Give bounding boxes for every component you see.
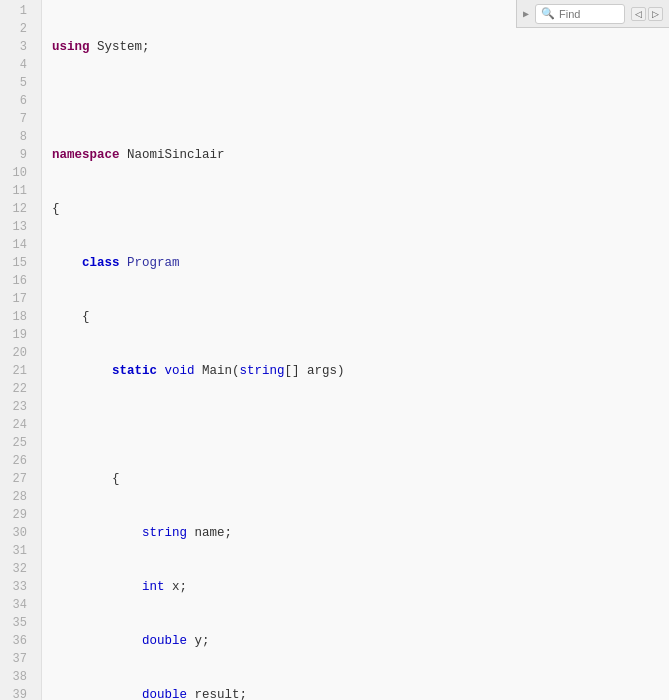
code-content[interactable]: using System; namespace NaomiSinclair { … xyxy=(42,0,669,700)
code-line-3: namespace NaomiSinclair xyxy=(52,146,669,164)
code-line-5: class Program xyxy=(52,254,669,272)
code-line-4: { xyxy=(52,200,669,218)
code-line-8 xyxy=(52,416,669,434)
line-numbers: 12345 678910 1112131415 1617181920 21222… xyxy=(0,0,42,700)
code-line-9: { xyxy=(52,470,669,488)
code-line-10: string name; xyxy=(52,524,669,542)
find-input-wrap: 🔍 xyxy=(535,4,625,24)
code-line-7: static void Main(string[] args) xyxy=(52,362,669,380)
find-nav-buttons: ◁ ▷ xyxy=(631,7,663,21)
editor-container: ▶ 🔍 ◁ ▷ 12345 678910 1112131415 16171819… xyxy=(0,0,669,700)
code-line-6: { xyxy=(52,308,669,326)
code-line-2 xyxy=(52,92,669,110)
find-play-icon[interactable]: ▶ xyxy=(523,8,529,20)
code-line-11: int x; xyxy=(52,578,669,596)
search-icon: 🔍 xyxy=(541,7,555,20)
find-input[interactable] xyxy=(559,8,619,20)
find-prev-button[interactable]: ◁ xyxy=(631,7,646,21)
code-line-12: double y; xyxy=(52,632,669,650)
find-next-button[interactable]: ▷ xyxy=(648,7,663,21)
code-line-1: using System; xyxy=(52,38,669,56)
find-bar: ▶ 🔍 ◁ ▷ xyxy=(516,0,669,28)
code-line-13: double result; xyxy=(52,686,669,700)
code-area: 12345 678910 1112131415 1617181920 21222… xyxy=(0,0,669,700)
